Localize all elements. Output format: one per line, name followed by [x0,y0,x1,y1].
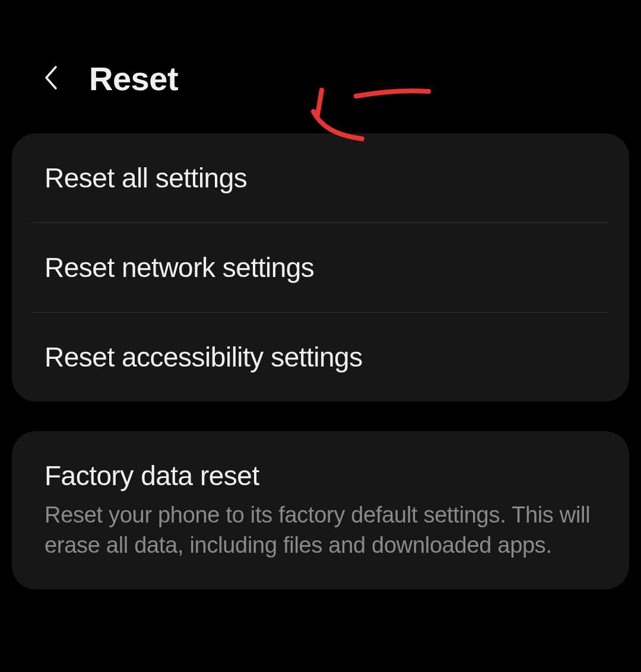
list-item-subtitle: Reset your phone to its factory default … [45,500,596,561]
page-title: Reset [89,59,178,98]
chevron-left-icon [43,65,58,93]
list-item-reset-accessibility-settings[interactable]: Reset accessibility settings [12,313,629,402]
reset-options-card: Reset all settings Reset network setting… [12,133,629,402]
list-item-reset-network-settings[interactable]: Reset network settings [12,223,629,312]
factory-reset-card: Factory data reset Reset your phone to i… [12,431,629,590]
back-button[interactable] [36,61,65,97]
list-item-title: Factory data reset [45,460,596,492]
list-item-title: Reset accessibility settings [45,341,596,373]
list-item-factory-data-reset[interactable]: Factory data reset Reset your phone to i… [12,431,629,590]
list-item-title: Reset network settings [45,251,596,284]
header: Reset [0,0,641,122]
list-item-title: Reset all settings [45,162,596,194]
list-item-reset-all-settings[interactable]: Reset all settings [12,133,629,222]
